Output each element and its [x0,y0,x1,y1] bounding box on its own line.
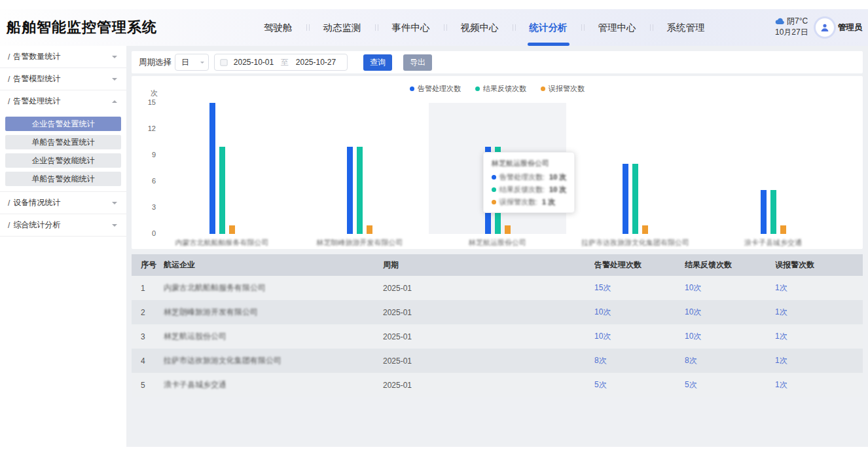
sidebar-group-prefix: / [8,52,10,62]
nav-tab-2[interactable]: 动态监测 [310,9,375,46]
bar-结果反馈次数-1[interactable] [219,147,225,234]
person-icon [819,22,831,33]
cell-feedback-count[interactable]: 10次 [685,307,775,318]
bar-结果反馈次数-2[interactable] [357,147,363,234]
cell-company: 浪卡子县城乡交通 [164,379,383,391]
sidebar-group-1[interactable]: /告警数量统计 [0,46,126,67]
page: 船舶智能监控管理系统 驾驶舱动态监测事件中心视频中心统计分析管理中心系统管理 阴… [0,0,868,458]
y-axis-tick: 15 [132,98,156,106]
export-button[interactable]: 导出 [403,54,432,71]
x-axis-label: 浪卡子县城乡交通 [704,238,842,248]
date-range-picker[interactable]: 2025-10-01 至 2025-10-27 [214,54,348,71]
nav-tab-label: 事件中心 [392,22,430,33]
chevron-down-icon [112,202,117,207]
chevron-up-icon [112,98,117,103]
table-row-3: 3林芝航运股份公司2025-0110次10次1次 [132,324,863,349]
nav-tab-1[interactable]: 驾驶舱 [250,9,306,46]
avatar [816,18,834,37]
bar-结果反馈次数-5[interactable] [770,190,776,234]
y-axis-tick: 12 [132,124,156,132]
cell-handled-count[interactable]: 10次 [594,307,685,318]
bar-告警处理次数-5[interactable] [761,190,767,234]
sidebar-group-2[interactable]: /告警模型统计 [0,68,126,90]
sidebar-group-prefix: / [8,97,10,106]
sidebar-group-3[interactable]: /告警处理统计 [0,90,126,112]
nav-tab-3[interactable]: 事件中心 [378,9,444,46]
cell-false-alarm-count[interactable]: 1次 [775,379,863,391]
bar-误报警次数-5[interactable] [780,225,786,234]
sidebar-submenu: 企业告警处置统计单船告警处置统计企业告警效能统计单船告警效能统计 [0,112,126,191]
sidebar-subitem-3-4[interactable]: 单船告警效能统计 [5,172,121,186]
user-name: 管理员 [838,22,863,33]
tooltip-row: 误报警次数:1 次 [492,197,566,207]
cell-index: 1 [141,284,164,293]
chart-legend: 告警处理次数结果反馈次数误报警次数 [132,84,863,94]
app-header: 船舶智能监控管理系统 驾驶舱动态监测事件中心视频中心统计分析管理中心系统管理 阴… [0,9,868,46]
y-axis-tick: 6 [132,177,156,185]
bar-误报警次数-1[interactable] [229,225,235,234]
legend-item-1[interactable]: 告警处理次数 [410,84,461,94]
cell-feedback-count[interactable]: 8次 [685,355,775,366]
bar-告警处理次数-4[interactable] [623,164,628,234]
legend-label: 结果反馈次数 [483,84,526,94]
query-button[interactable]: 查询 [363,54,392,71]
cell-feedback-count[interactable]: 10次 [685,282,775,294]
cell-period: 2025-01 [383,308,594,317]
calendar-icon [220,58,228,66]
cell-false-alarm-count[interactable]: 1次 [775,282,863,294]
cell-false-alarm-count[interactable]: 1次 [775,331,863,342]
period-select-value: 日 [181,57,189,68]
nav-tab-label: 管理中心 [598,22,636,33]
legend-item-2[interactable]: 结果反馈次数 [475,84,526,94]
sidebar-subitem-3-3[interactable]: 企业告警效能统计 [5,153,121,168]
cell-handled-count[interactable]: 5次 [594,379,685,391]
bar-误报警次数-4[interactable] [642,225,648,234]
nav-tab-label: 系统管理 [667,22,705,33]
sidebar-group-label: 告警数量统计 [13,51,60,62]
period-label: 周期选择 [139,57,172,68]
sidebar-group-4[interactable]: /设备情况统计 [0,192,126,214]
bar-告警处理次数-1[interactable] [209,103,215,234]
cell-handled-count[interactable]: 10次 [594,331,685,342]
sidebar-subitem-3-2[interactable]: 单船告警处置统计 [5,135,121,149]
cell-feedback-count[interactable]: 5次 [685,379,775,391]
cell-false-alarm-count[interactable]: 1次 [775,355,863,366]
nav-tab-5[interactable]: 统计分析 [516,9,581,46]
column-header-5: 结果反馈次数 [685,259,775,271]
nav-tab-6[interactable]: 管理中心 [585,9,650,46]
x-axis-label: 拉萨市达孜旅游文化集团有限公司 [567,238,704,248]
sidebar-group-label: 设备情况统计 [13,197,60,208]
nav-tab-7[interactable]: 系统管理 [653,9,719,46]
cell-index: 2 [141,308,164,317]
cell-handled-count[interactable]: 8次 [594,355,685,366]
weather-text: 阴7°C [787,16,808,27]
sidebar-subitem-3-1[interactable]: 企业告警处置统计 [5,117,121,131]
sidebar-group-label: 告警处理统计 [13,96,60,107]
legend-dot-icon [475,86,480,91]
bar-告警处理次数-2[interactable] [347,147,353,234]
table-row-5: 5浪卡子县城乡交通2025-015次5次1次 [132,373,863,397]
cell-false-alarm-count[interactable]: 1次 [775,307,863,318]
column-header-1: 序号 [141,259,164,271]
cell-feedback-count[interactable]: 10次 [685,331,775,342]
cell-company: 林芝航运股份公司 [164,331,383,342]
column-header-6: 误报警次数 [775,259,863,271]
cell-period: 2025-01 [383,381,594,390]
cell-index: 5 [141,381,164,390]
filter-bar: 周期选择 日 2025-10-01 至 2025-10-27 查询 导出 [132,51,863,73]
sidebar-group-5[interactable]: /综合统计分析 [0,214,126,236]
legend-label: 告警处理次数 [418,84,461,94]
bar-误报警次数-3[interactable] [505,225,511,234]
legend-item-3[interactable]: 误报警次数 [541,84,585,94]
bar-结果反馈次数-4[interactable] [632,164,638,234]
bar-误报警次数-2[interactable] [367,225,372,234]
user-menu[interactable]: 管理员 [816,9,863,46]
column-header-2: 航运企业 [164,259,383,271]
cell-index: 3 [141,332,164,341]
tooltip-value: 1 次 [542,197,555,207]
cell-handled-count[interactable]: 15次 [594,282,685,294]
nav-tab-4[interactable]: 视频中心 [447,9,513,46]
tooltip-label: 告警处理次数: [499,172,545,182]
tooltip-row: 告警处理次数:10 次 [492,172,566,182]
period-select[interactable]: 日 [175,54,209,71]
